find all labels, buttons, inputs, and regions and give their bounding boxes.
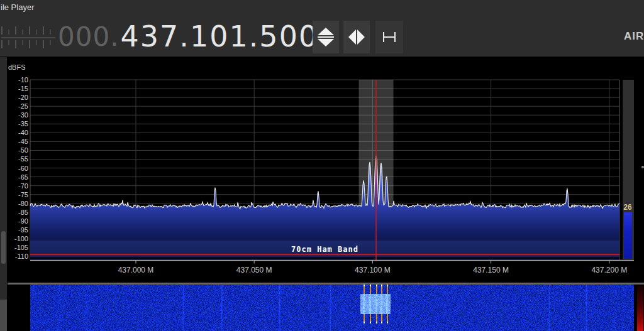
y-axis-tick-label: -45: [18, 138, 28, 145]
y-axis-tick-label: -35: [18, 120, 28, 128]
x-axis-tick-label: 437.050 M: [236, 266, 272, 274]
frequency-ruler-line: [1, 37, 55, 38]
y-axis-tick-label: -75: [18, 191, 28, 198]
frequency-digits[interactable]: 437.101.500: [121, 19, 319, 53]
left-scrollbar-thumb[interactable]: [1, 231, 6, 264]
window-edge-grip-dot: [641, 166, 644, 168]
signal-meter-value: 26: [620, 203, 635, 212]
y-axis-tick-label: -65: [18, 173, 28, 181]
y-axis-tick-label: -95: [18, 226, 28, 234]
x-axis-tick-label: 437.200 M: [591, 266, 627, 274]
y-axis-tick-label: -40: [18, 129, 28, 136]
left-panel-scrollbar[interactable]: [0, 56, 7, 331]
triangle-down-icon: [318, 39, 334, 46]
y-axis-tick-label: -10: [18, 76, 28, 84]
y-axis-tick-label: -20: [18, 94, 28, 101]
band-overlay-label: 70cm Ham Band: [30, 245, 619, 254]
frequency-step-up-down-button[interactable]: [313, 21, 339, 53]
left-scrollbar-thumb-bottom[interactable]: [0, 300, 7, 331]
spectrum-waterfall-splitter[interactable]: [8, 283, 644, 285]
frequency-display[interactable]: 000.437.101.500: [58, 18, 318, 55]
y-axis-tick-label: -85: [18, 209, 28, 216]
y-axis-tick-label: -50: [18, 146, 28, 154]
divider-line: [318, 36, 334, 38]
y-axis-unit-label: dBFS: [8, 63, 26, 71]
spectrum-trace: [30, 156, 619, 209]
frequency-ruler-ticks-bottom: [1, 40, 55, 48]
y-axis-tick-label: -60: [18, 165, 28, 172]
x-axis-tick-label: 437.150 M: [473, 266, 509, 274]
frequency-span-button[interactable]: [375, 21, 403, 53]
y-axis-tick-label: -25: [18, 102, 28, 110]
waterfall-display[interactable]: [30, 285, 634, 331]
x-axis-tick-label: 437.100 M: [355, 266, 391, 274]
frequency-leading-zeros[interactable]: 000.: [58, 21, 119, 52]
triangle-up-icon: [318, 28, 334, 35]
y-axis-tick-label: -110: [15, 252, 28, 260]
waterfall-intensity-meter: [637, 286, 643, 331]
y-axis-tick-label: -100: [14, 235, 28, 242]
y-axis-tick-label: -15: [18, 85, 28, 92]
frequency-step-left-right-button[interactable]: [343, 21, 370, 53]
y-axis-tick-label: -30: [18, 111, 28, 119]
window-title: ile Player: [1, 3, 34, 12]
airspy-logo: AIR: [624, 30, 644, 43]
triangle-left-icon: [348, 30, 356, 45]
triangle-right-icon: [357, 30, 365, 45]
y-axis-tick-label: -105: [14, 244, 28, 251]
x-axis-tick-label: 437.000 M: [118, 266, 154, 274]
title-toolbar: ile Player 000.437.101.500 AIR: [0, 0, 644, 57]
y-axis-tick-label: -70: [18, 182, 28, 190]
y-axis-tick-label: -90: [18, 217, 28, 225]
span-h-bar-icon: [383, 32, 396, 42]
sdr-app-window: { "window": { "title": "ile Player" }, "…: [0, 0, 644, 331]
y-axis-tick-label: -55: [18, 155, 28, 163]
signal-meter-fill: [624, 212, 632, 259]
frequency-ruler-ticks-top: [1, 26, 55, 35]
y-axis-tick-label: -80: [18, 200, 28, 207]
